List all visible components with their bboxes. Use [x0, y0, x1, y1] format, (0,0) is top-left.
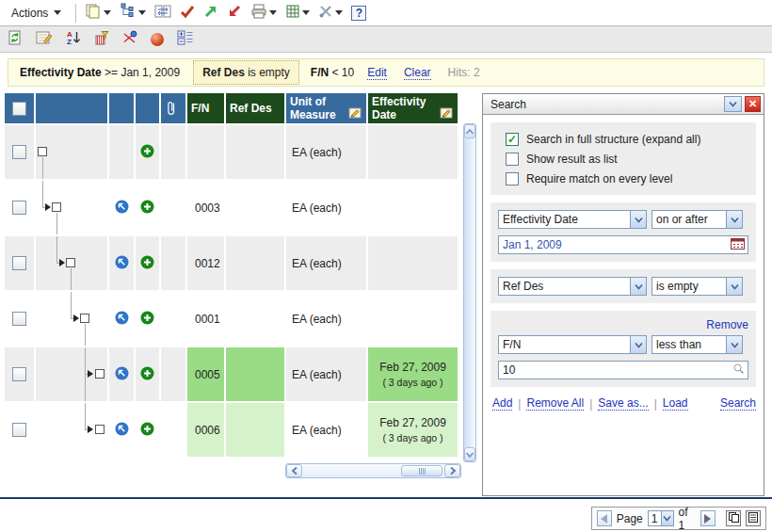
- tree-node[interactable]: [66, 258, 75, 267]
- save-as-link[interactable]: Save as...: [598, 396, 648, 411]
- page-select[interactable]: 1: [648, 510, 674, 526]
- panel-dropdown-button[interactable]: [724, 96, 742, 112]
- refresh-icon[interactable]: [8, 30, 23, 48]
- tree-node[interactable]: [95, 369, 105, 379]
- scrollbar-thumb[interactable]: [401, 465, 442, 476]
- field-select[interactable]: Ref Des: [498, 277, 647, 296]
- tree-node[interactable]: [52, 202, 61, 212]
- search-link[interactable]: Search: [720, 396, 756, 411]
- navigate-up-icon[interactable]: [115, 314, 129, 328]
- edit-pencil-icon[interactable]: [440, 106, 454, 121]
- tree-node[interactable]: [80, 314, 89, 323]
- check-out-button[interactable]: [227, 4, 242, 22]
- chevron-down-icon[interactable]: [269, 10, 277, 15]
- date-input[interactable]: [499, 237, 731, 252]
- scroll-left-button[interactable]: [286, 464, 302, 477]
- expand-arrow-icon[interactable]: [59, 259, 65, 266]
- row-checkbox[interactable]: [12, 312, 26, 326]
- validate-button[interactable]: [180, 4, 195, 22]
- header-fn[interactable]: F/N: [187, 93, 224, 123]
- help-button[interactable]: ?: [351, 6, 366, 21]
- expand-arrow-icon[interactable]: [73, 314, 79, 322]
- value-input[interactable]: [499, 363, 732, 378]
- tree-node[interactable]: [38, 147, 47, 156]
- checkbox-match-every-level[interactable]: [506, 172, 519, 185]
- route-pin-icon[interactable]: [122, 30, 137, 48]
- operator-select[interactable]: is empty: [651, 277, 743, 296]
- expand-arrow-icon[interactable]: [88, 426, 93, 433]
- navigate-up-icon[interactable]: [115, 203, 129, 217]
- list-view-button[interactable]: [746, 510, 761, 526]
- add-plus-icon[interactable]: [140, 426, 154, 439]
- chevron-down-icon[interactable]: [630, 278, 646, 295]
- chevron-down-icon[interactable]: [661, 511, 673, 525]
- row-checkbox[interactable]: [12, 145, 26, 159]
- row-checkbox[interactable]: [12, 367, 26, 381]
- field-select[interactable]: F/N: [498, 335, 647, 354]
- search-magnifier-icon[interactable]: [732, 363, 745, 378]
- expand-arrow-icon[interactable]: [45, 203, 51, 211]
- edit-pencil-icon[interactable]: [348, 106, 362, 121]
- row-checkbox[interactable]: [12, 256, 26, 270]
- chevron-down-icon[interactable]: [104, 10, 111, 15]
- add-plus-icon[interactable]: [140, 148, 154, 161]
- checkbox-full-structure[interactable]: ✓: [506, 133, 519, 146]
- navigate-up-icon[interactable]: [115, 426, 129, 439]
- load-link[interactable]: Load: [663, 396, 688, 411]
- add-plus-icon[interactable]: [140, 259, 154, 272]
- operator-select[interactable]: less than: [651, 335, 743, 354]
- header-ref-des[interactable]: Ref Des: [226, 93, 284, 123]
- header-eff-date[interactable]: Effectivity Date: [368, 93, 458, 123]
- select-all-checkbox[interactable]: [12, 102, 26, 116]
- chevron-down-icon[interactable]: [335, 10, 343, 15]
- filter-criterion-selected[interactable]: Ref Des is empty: [193, 60, 299, 85]
- chevron-down-icon[interactable]: [726, 336, 742, 353]
- expand-arrow-icon[interactable]: [88, 370, 93, 378]
- tools-button[interactable]: [318, 4, 343, 22]
- row-checkbox[interactable]: [12, 423, 26, 437]
- navigate-up-icon[interactable]: [115, 370, 129, 383]
- filter-icon[interactable]: [94, 30, 109, 48]
- operator-select[interactable]: on or after: [651, 210, 743, 229]
- checkbox-result-as-list[interactable]: [506, 153, 519, 166]
- actions-menu-button[interactable]: Actions: [6, 4, 67, 23]
- chevron-down-icon[interactable]: [138, 10, 146, 15]
- copy-button[interactable]: [85, 3, 111, 23]
- scroll-right-button[interactable]: [444, 464, 460, 477]
- field-select[interactable]: Effectivity Date: [498, 210, 647, 229]
- add-plus-icon[interactable]: [140, 370, 154, 383]
- edit-filter-link[interactable]: Edit: [367, 66, 387, 80]
- chevron-down-icon[interactable]: [630, 211, 646, 228]
- add-plus-icon[interactable]: [140, 203, 154, 217]
- print-button[interactable]: [250, 4, 277, 22]
- chevron-down-icon[interactable]: [726, 278, 742, 295]
- calendar-icon[interactable]: [731, 237, 745, 252]
- clear-filter-link[interactable]: Clear: [404, 66, 431, 80]
- paste-structure-button[interactable]: [120, 3, 146, 23]
- sort-az-icon[interactable]: AZ: [66, 30, 81, 48]
- sphere-icon[interactable]: [151, 33, 164, 46]
- remove-all-link[interactable]: Remove All: [526, 396, 584, 411]
- check-in-button[interactable]: [203, 4, 218, 22]
- add-criterion-link[interactable]: Add: [492, 396, 512, 411]
- chevron-down-icon[interactable]: [726, 211, 742, 228]
- previous-page-button[interactable]: [597, 510, 612, 526]
- add-plus-icon[interactable]: [140, 314, 154, 328]
- compare-button[interactable]: [154, 3, 171, 23]
- next-page-button[interactable]: [700, 510, 716, 526]
- header-uom[interactable]: Unit of Measure: [286, 93, 366, 123]
- chevron-down-icon[interactable]: [302, 10, 310, 15]
- row-checkbox[interactable]: [12, 201, 26, 215]
- scroll-down-button[interactable]: [464, 447, 475, 461]
- navigate-up-icon[interactable]: [115, 259, 129, 272]
- remove-criterion-link[interactable]: Remove: [498, 318, 748, 331]
- chevron-down-icon[interactable]: [630, 336, 646, 353]
- header-attachment[interactable]: [161, 93, 185, 123]
- edit-note-icon[interactable]: [36, 30, 53, 48]
- expand-all-icon[interactable]: [177, 30, 194, 48]
- close-icon[interactable]: ✕: [745, 96, 761, 112]
- export-table-button[interactable]: [285, 4, 310, 22]
- vertical-scrollbar[interactable]: [463, 123, 476, 462]
- tree-node[interactable]: [95, 425, 105, 434]
- scroll-up-button[interactable]: [464, 124, 475, 138]
